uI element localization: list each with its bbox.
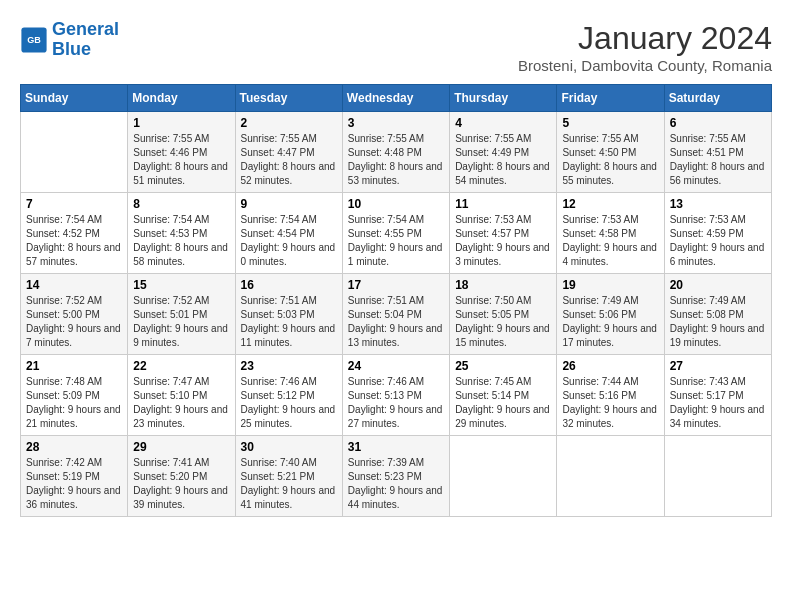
col-header-wednesday: Wednesday — [342, 85, 449, 112]
day-detail: Sunrise: 7:52 AMSunset: 5:00 PMDaylight:… — [26, 294, 122, 350]
day-detail: Sunrise: 7:40 AMSunset: 5:21 PMDaylight:… — [241, 456, 337, 512]
page-header: GB GeneralBlue January 2024 Brosteni, Da… — [20, 20, 772, 74]
day-detail: Sunrise: 7:42 AMSunset: 5:19 PMDaylight:… — [26, 456, 122, 512]
calendar-table: SundayMondayTuesdayWednesdayThursdayFrid… — [20, 84, 772, 517]
day-number: 14 — [26, 278, 122, 292]
day-cell: 31Sunrise: 7:39 AMSunset: 5:23 PMDayligh… — [342, 436, 449, 517]
week-row-5: 28Sunrise: 7:42 AMSunset: 5:19 PMDayligh… — [21, 436, 772, 517]
day-number: 13 — [670, 197, 766, 211]
day-detail: Sunrise: 7:50 AMSunset: 5:05 PMDaylight:… — [455, 294, 551, 350]
day-detail: Sunrise: 7:55 AMSunset: 4:48 PMDaylight:… — [348, 132, 444, 188]
day-number: 18 — [455, 278, 551, 292]
logo-text: GeneralBlue — [52, 20, 119, 60]
week-row-4: 21Sunrise: 7:48 AMSunset: 5:09 PMDayligh… — [21, 355, 772, 436]
day-detail: Sunrise: 7:39 AMSunset: 5:23 PMDaylight:… — [348, 456, 444, 512]
day-number: 12 — [562, 197, 658, 211]
day-number: 8 — [133, 197, 229, 211]
day-number: 5 — [562, 116, 658, 130]
day-cell: 8Sunrise: 7:54 AMSunset: 4:53 PMDaylight… — [128, 193, 235, 274]
day-detail: Sunrise: 7:48 AMSunset: 5:09 PMDaylight:… — [26, 375, 122, 431]
calendar-header-row: SundayMondayTuesdayWednesdayThursdayFrid… — [21, 85, 772, 112]
day-cell: 30Sunrise: 7:40 AMSunset: 5:21 PMDayligh… — [235, 436, 342, 517]
day-detail: Sunrise: 7:49 AMSunset: 5:06 PMDaylight:… — [562, 294, 658, 350]
day-detail: Sunrise: 7:41 AMSunset: 5:20 PMDaylight:… — [133, 456, 229, 512]
day-cell: 25Sunrise: 7:45 AMSunset: 5:14 PMDayligh… — [450, 355, 557, 436]
day-number: 11 — [455, 197, 551, 211]
day-number: 29 — [133, 440, 229, 454]
day-number: 15 — [133, 278, 229, 292]
title-block: January 2024 Brosteni, Dambovita County,… — [518, 20, 772, 74]
day-number: 1 — [133, 116, 229, 130]
day-number: 19 — [562, 278, 658, 292]
day-detail: Sunrise: 7:46 AMSunset: 5:12 PMDaylight:… — [241, 375, 337, 431]
col-header-thursday: Thursday — [450, 85, 557, 112]
day-number: 27 — [670, 359, 766, 373]
day-detail: Sunrise: 7:53 AMSunset: 4:58 PMDaylight:… — [562, 213, 658, 269]
day-number: 6 — [670, 116, 766, 130]
day-detail: Sunrise: 7:52 AMSunset: 5:01 PMDaylight:… — [133, 294, 229, 350]
day-detail: Sunrise: 7:47 AMSunset: 5:10 PMDaylight:… — [133, 375, 229, 431]
day-detail: Sunrise: 7:54 AMSunset: 4:54 PMDaylight:… — [241, 213, 337, 269]
week-row-3: 14Sunrise: 7:52 AMSunset: 5:00 PMDayligh… — [21, 274, 772, 355]
day-number: 30 — [241, 440, 337, 454]
day-detail: Sunrise: 7:53 AMSunset: 4:57 PMDaylight:… — [455, 213, 551, 269]
day-detail: Sunrise: 7:55 AMSunset: 4:46 PMDaylight:… — [133, 132, 229, 188]
day-detail: Sunrise: 7:45 AMSunset: 5:14 PMDaylight:… — [455, 375, 551, 431]
day-cell: 1Sunrise: 7:55 AMSunset: 4:46 PMDaylight… — [128, 112, 235, 193]
day-cell: 6Sunrise: 7:55 AMSunset: 4:51 PMDaylight… — [664, 112, 771, 193]
day-number: 31 — [348, 440, 444, 454]
location-subtitle: Brosteni, Dambovita County, Romania — [518, 57, 772, 74]
day-detail: Sunrise: 7:46 AMSunset: 5:13 PMDaylight:… — [348, 375, 444, 431]
day-cell: 18Sunrise: 7:50 AMSunset: 5:05 PMDayligh… — [450, 274, 557, 355]
day-number: 2 — [241, 116, 337, 130]
day-cell: 16Sunrise: 7:51 AMSunset: 5:03 PMDayligh… — [235, 274, 342, 355]
day-detail: Sunrise: 7:51 AMSunset: 5:04 PMDaylight:… — [348, 294, 444, 350]
day-cell — [21, 112, 128, 193]
day-cell: 5Sunrise: 7:55 AMSunset: 4:50 PMDaylight… — [557, 112, 664, 193]
day-detail: Sunrise: 7:55 AMSunset: 4:47 PMDaylight:… — [241, 132, 337, 188]
day-detail: Sunrise: 7:53 AMSunset: 4:59 PMDaylight:… — [670, 213, 766, 269]
day-detail: Sunrise: 7:55 AMSunset: 4:49 PMDaylight:… — [455, 132, 551, 188]
day-number: 28 — [26, 440, 122, 454]
day-cell: 23Sunrise: 7:46 AMSunset: 5:12 PMDayligh… — [235, 355, 342, 436]
day-number: 22 — [133, 359, 229, 373]
week-row-1: 1Sunrise: 7:55 AMSunset: 4:46 PMDaylight… — [21, 112, 772, 193]
col-header-saturday: Saturday — [664, 85, 771, 112]
day-detail: Sunrise: 7:55 AMSunset: 4:50 PMDaylight:… — [562, 132, 658, 188]
day-cell: 11Sunrise: 7:53 AMSunset: 4:57 PMDayligh… — [450, 193, 557, 274]
day-cell — [450, 436, 557, 517]
day-cell: 21Sunrise: 7:48 AMSunset: 5:09 PMDayligh… — [21, 355, 128, 436]
day-cell: 9Sunrise: 7:54 AMSunset: 4:54 PMDaylight… — [235, 193, 342, 274]
col-header-friday: Friday — [557, 85, 664, 112]
day-cell: 4Sunrise: 7:55 AMSunset: 4:49 PMDaylight… — [450, 112, 557, 193]
col-header-sunday: Sunday — [21, 85, 128, 112]
day-number: 24 — [348, 359, 444, 373]
day-number: 26 — [562, 359, 658, 373]
logo-icon: GB — [20, 26, 48, 54]
day-cell: 17Sunrise: 7:51 AMSunset: 5:04 PMDayligh… — [342, 274, 449, 355]
day-number: 4 — [455, 116, 551, 130]
day-cell: 13Sunrise: 7:53 AMSunset: 4:59 PMDayligh… — [664, 193, 771, 274]
day-number: 3 — [348, 116, 444, 130]
day-number: 9 — [241, 197, 337, 211]
col-header-tuesday: Tuesday — [235, 85, 342, 112]
day-cell: 26Sunrise: 7:44 AMSunset: 5:16 PMDayligh… — [557, 355, 664, 436]
day-detail: Sunrise: 7:43 AMSunset: 5:17 PMDaylight:… — [670, 375, 766, 431]
day-number: 25 — [455, 359, 551, 373]
day-detail: Sunrise: 7:44 AMSunset: 5:16 PMDaylight:… — [562, 375, 658, 431]
day-detail: Sunrise: 7:54 AMSunset: 4:52 PMDaylight:… — [26, 213, 122, 269]
day-number: 23 — [241, 359, 337, 373]
logo: GB GeneralBlue — [20, 20, 119, 60]
day-cell: 2Sunrise: 7:55 AMSunset: 4:47 PMDaylight… — [235, 112, 342, 193]
month-title: January 2024 — [518, 20, 772, 57]
day-number: 7 — [26, 197, 122, 211]
day-number: 17 — [348, 278, 444, 292]
svg-text:GB: GB — [27, 35, 41, 45]
day-detail: Sunrise: 7:55 AMSunset: 4:51 PMDaylight:… — [670, 132, 766, 188]
day-cell: 29Sunrise: 7:41 AMSunset: 5:20 PMDayligh… — [128, 436, 235, 517]
day-cell: 12Sunrise: 7:53 AMSunset: 4:58 PMDayligh… — [557, 193, 664, 274]
day-detail: Sunrise: 7:51 AMSunset: 5:03 PMDaylight:… — [241, 294, 337, 350]
day-cell: 14Sunrise: 7:52 AMSunset: 5:00 PMDayligh… — [21, 274, 128, 355]
day-number: 20 — [670, 278, 766, 292]
day-cell: 19Sunrise: 7:49 AMSunset: 5:06 PMDayligh… — [557, 274, 664, 355]
